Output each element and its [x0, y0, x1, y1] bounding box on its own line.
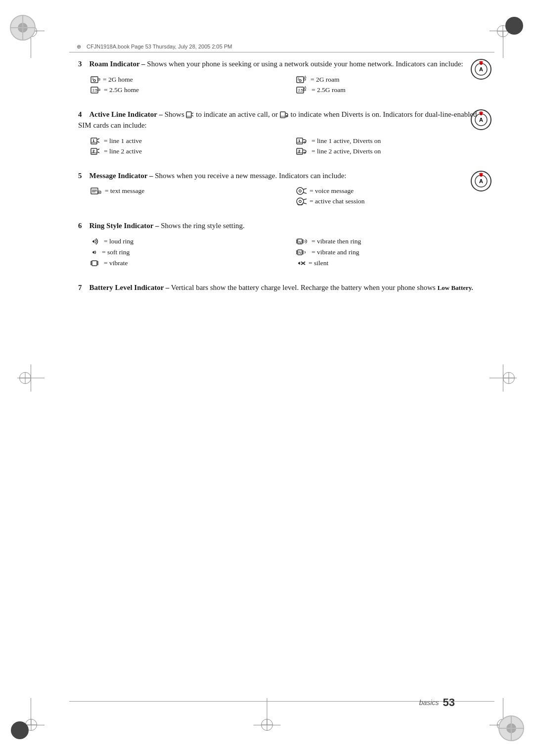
section-5-indicators: = text message = voice message [90, 187, 487, 205]
footer: basics 53 [0, 696, 534, 709]
svg-text:A: A [479, 117, 483, 123]
roam-indicator-icon: A [470, 58, 492, 80]
svg-rect-24 [186, 112, 191, 118]
section-6-heading: 6 Ring Style Indicator – Shows the ring … [78, 220, 487, 232]
loud-ring-icon [90, 237, 101, 245]
header-text: ⊕ CFJN1918A.book Page 53 Thursday, July … [77, 44, 232, 50]
svg-line-33 [97, 139, 99, 140]
svg-line-26 [192, 113, 193, 114]
section-3-heading: 3 Roam Indicator – Shows when your phone… [78, 58, 487, 70]
svg-line-41 [97, 149, 99, 150]
vibrate-icon [90, 259, 101, 267]
indicator-loud-ring: = loud ring [90, 237, 281, 245]
2g-roam-icon: G 2 A [296, 76, 308, 84]
indicator-active-chat: = active chat session [296, 197, 487, 205]
svg-text:A: A [479, 66, 483, 72]
indicator-voice-message: = voice message [296, 187, 487, 195]
section-3-indicators: G 2 = 2G home G 2 A = 2G roam [90, 76, 487, 94]
section-4: A 4 Active Line Indicator – Shows to ind… [78, 109, 487, 155]
section-6-indicators: = loud ring N = vibrate then ring [90, 237, 487, 267]
svg-point-57 [297, 188, 304, 194]
indicator-2-5g-roam: 2.5 A = 2.5G roam [296, 86, 487, 94]
active-line-icon: A [470, 109, 492, 131]
silent-icon [296, 259, 306, 267]
section-7-heading: 7 Battery Level Indicator – Vertical bar… [78, 282, 487, 293]
svg-text:A: A [479, 178, 483, 184]
indicator-vibrate-and-ring: N = vibrate and ring [296, 248, 487, 256]
svg-point-23 [480, 112, 483, 115]
text-message-icon [90, 187, 102, 195]
low-battery-text: Low Battery. [438, 284, 473, 291]
active-chat-icon [296, 197, 307, 205]
indicator-2g-home: G 2 = 2G home [90, 76, 281, 84]
indicator-vibrate: = vibrate [90, 259, 281, 267]
svg-text:N: N [299, 251, 301, 254]
2-5g-roam-icon: 2.5 A [296, 86, 309, 94]
section-5: A 5 Message Indicator – Shows when you r… [78, 170, 487, 206]
footer-page: 53 [443, 696, 455, 709]
indicator-soft-ring: = soft ring [90, 248, 281, 256]
svg-text:1: 1 [92, 139, 95, 143]
message-indicator-icon: A [470, 170, 492, 192]
2-5g-home-icon: 2.5 [90, 86, 101, 94]
line1-active-icon: 1 [90, 137, 101, 145]
svg-rect-74 [92, 261, 97, 266]
line2-active-icon: 2 [90, 147, 101, 155]
section-7: 7 Battery Level Indicator – Vertical bar… [78, 282, 487, 293]
section-5-heading: 5 Message Indicator – Shows when you rec… [78, 170, 487, 182]
footer-chapter: basics [419, 699, 439, 707]
vibrate-and-ring-icon: N [296, 248, 309, 256]
section-4-heading: 4 Active Line Indicator – Shows to indic… [78, 109, 487, 131]
voice-message-icon [296, 187, 307, 195]
svg-text:2.5: 2.5 [92, 89, 97, 92]
indicator-line1-active-diverts: 1 = line 1 active, Diverts on [296, 137, 487, 145]
svg-point-61 [297, 198, 304, 205]
svg-line-42 [97, 152, 99, 153]
svg-rect-54 [98, 191, 101, 193]
diverts-icon-inline [280, 111, 289, 118]
svg-text:2.5: 2.5 [298, 89, 303, 92]
section-4-indicators: 1 = line 1 active 1 = line 1 active, Div… [90, 137, 487, 155]
svg-line-64 [303, 203, 307, 204]
svg-text:2: 2 [298, 149, 301, 153]
svg-point-3 [480, 62, 483, 65]
svg-point-49 [480, 174, 483, 177]
vibrate-then-ring-icon: N [296, 237, 309, 245]
svg-rect-28 [280, 112, 285, 118]
indicator-vibrate-then-ring: N = vibrate then ring [296, 237, 487, 245]
indicator-2g-roam: G 2 A = 2G roam [296, 76, 487, 84]
indicator-line2-active: 2 = line 2 active [90, 147, 281, 155]
2g-home-icon: G 2 [90, 76, 100, 84]
main-content: A 3 Roam Indicator – Shows when your pho… [78, 58, 487, 308]
indicator-text-message: = text message [90, 187, 281, 195]
svg-text:A: A [304, 86, 307, 89]
active-call-icon-inline [186, 111, 194, 118]
svg-text:A: A [304, 76, 307, 79]
svg-line-59 [303, 189, 307, 189]
section-6: 6 Ring Style Indicator – Shows the ring … [78, 220, 487, 267]
indicator-silent: = silent [296, 259, 487, 267]
indicator-line2-active-diverts: 2 = line 2 active, Diverts on [296, 147, 487, 155]
line1-diverts-icon: 1 [296, 137, 309, 145]
line2-diverts-icon: 2 [296, 147, 309, 155]
svg-line-60 [303, 192, 307, 193]
svg-line-27 [192, 115, 193, 116]
soft-ring-icon [90, 248, 99, 256]
svg-text:N: N [299, 240, 301, 244]
section-3: A 3 Roam Indicator – Shows when your pho… [78, 58, 487, 94]
indicator-2-5g-home: 2.5 = 2.5G home [90, 86, 281, 94]
svg-text:1: 1 [298, 139, 301, 143]
svg-line-34 [97, 142, 99, 142]
svg-line-63 [303, 199, 307, 200]
indicator-line1-active: 1 = line 1 active [90, 137, 281, 145]
svg-text:2: 2 [92, 149, 95, 153]
